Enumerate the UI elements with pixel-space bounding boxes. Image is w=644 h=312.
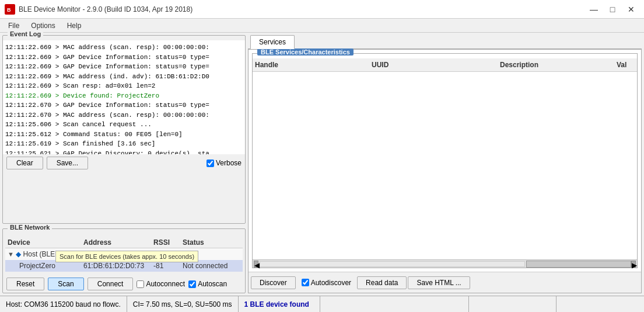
autodiscover-checkbox[interactable] xyxy=(302,279,309,286)
status-empty1 xyxy=(320,296,469,312)
window-title: BLE Device Monitor - 2.9.0 (Build ID 103… xyxy=(19,5,192,13)
log-line: 12:11:22.669 > GAP Device Information: s… xyxy=(5,53,243,63)
log-line: 12:11:22.669 > MAC address (scan. resp):… xyxy=(5,43,243,53)
log-line: 12:11:25.621 > GAP Device Discovery: 0 d… xyxy=(5,149,243,155)
read-data-button[interactable]: Read data xyxy=(357,276,407,289)
clear-button[interactable]: Clear xyxy=(6,157,43,169)
menu-help[interactable]: Help xyxy=(61,20,88,31)
event-log-title: Event Log xyxy=(8,30,43,37)
services-subgroup-title: BLE Services/Characteristics xyxy=(257,48,354,56)
minimize-button[interactable]: — xyxy=(586,3,602,16)
status-host: Host: COM36 115200 baud no flowc. xyxy=(0,296,127,312)
ble-network-content: Device Address RSSI Status ▼ ◆ Host (BLE… xyxy=(3,235,245,274)
device-name-cell: ▼ ◆ Host (BLE 4) xyxy=(5,248,81,261)
scroll-right-arrow[interactable]: ▶ xyxy=(631,261,636,268)
title-bar: B BLE Device Monitor - 2.9.0 (Build ID 1… xyxy=(0,0,644,19)
scroll-thumb[interactable] xyxy=(526,261,631,268)
services-bottom: Discover Autodiscover Read data Save HTM… xyxy=(249,272,641,293)
autoconnect-label: Autoconnect xyxy=(146,280,185,288)
autoscan-checkbox[interactable] xyxy=(188,280,196,288)
log-line: 12:11:22.669 > MAC address (ind. adv): 6… xyxy=(5,72,243,82)
log-line: 12:11:25.619 > Scan finished [3.16 sec] xyxy=(5,139,243,149)
log-line: 12:11:25.612 > Command Status: 00 FE05 [… xyxy=(5,130,243,140)
expand-icon[interactable]: ▼ xyxy=(8,251,14,258)
log-line: 12:11:22.669 > Scan resp: ad=0x01 len=2 xyxy=(5,81,243,91)
device-name-cell: ProjectZero xyxy=(5,260,81,272)
col-rssi: RSSI xyxy=(151,237,180,248)
status-ci: CI= 7.50 ms, SL=0, SU=500 ms xyxy=(127,296,239,312)
services-table-header: Handle UUID Description Val xyxy=(253,58,637,72)
col-address: Address xyxy=(81,237,151,248)
verbose-check-container: Verbose xyxy=(206,159,242,167)
autoconnect-container: Autoconnect xyxy=(136,280,185,288)
event-log-content[interactable]: 12:11:22.669 > MAC address (scan. resp):… xyxy=(3,40,245,154)
device-table: Device Address RSSI Status ▼ ◆ Host (BLE… xyxy=(5,237,243,272)
log-line: 12:11:22.669 > Device found: ProjectZero xyxy=(5,91,243,101)
table-row[interactable]: ProjectZero61:DB:61:D2:D0:73-81Not conne… xyxy=(5,260,243,272)
col-handle-header: Handle xyxy=(255,61,372,69)
tab-bar: Services xyxy=(248,35,642,49)
status-ble-found: 1 BLE device found xyxy=(239,296,320,312)
services-panel: BLE Services/Characteristics Handle UUID… xyxy=(248,49,642,293)
connect-button[interactable]: Connect xyxy=(88,278,134,290)
col-desc-header: Description xyxy=(500,61,617,69)
title-bar-left: B BLE Device Monitor - 2.9.0 (Build ID 1… xyxy=(5,4,192,15)
device-address-cell: 61:DB:61:D2:D0:73 xyxy=(81,260,151,272)
verbose-checkbox[interactable] xyxy=(206,160,214,167)
save-button[interactable]: Save... xyxy=(47,157,88,169)
device-address-cell: CC:78:AB:AE:05:87 xyxy=(81,248,151,261)
log-line: 12:11:25.606 > Scan cancel request ... xyxy=(5,120,243,130)
status-bar: Host: COM36 115200 baud no flowc. CI= 7.… xyxy=(0,296,644,312)
autodiscover-label: Autodiscover xyxy=(311,279,351,287)
tab-services[interactable]: Services xyxy=(250,35,295,49)
reset-button[interactable]: Reset xyxy=(6,278,44,290)
autodiscover-container: Autodiscover xyxy=(302,279,351,287)
device-name: ProjectZero xyxy=(8,262,55,270)
main-content: Event Log 12:11:22.669 > MAC address (sc… xyxy=(0,33,644,296)
log-line: 12:11:22.670 > MAC address (scan. resp):… xyxy=(5,110,243,120)
services-body[interactable] xyxy=(253,72,637,259)
col-status: Status xyxy=(180,237,243,248)
discover-button[interactable]: Discover xyxy=(251,276,296,289)
ble-network-buttons: Reset Scan Connect Autoconnect Autoscan xyxy=(3,274,245,293)
device-rssi-cell xyxy=(151,248,180,261)
col-uuid-header: UUID xyxy=(372,61,500,69)
verbose-label: Verbose xyxy=(216,159,242,167)
left-panel: Event Log 12:11:22.669 > MAC address (sc… xyxy=(0,33,248,296)
event-log-buttons: Clear Save... Verbose xyxy=(3,154,245,172)
scroll-left-arrow[interactable]: ◀ xyxy=(254,261,258,268)
device-rssi-cell: -81 xyxy=(151,260,180,272)
log-line: 12:11:22.670 > GAP Device Information: s… xyxy=(5,100,243,110)
event-log-group: Event Log 12:11:22.669 > MAC address (sc… xyxy=(2,35,246,224)
app-icon: B xyxy=(5,4,15,15)
table-row[interactable]: ▼ ◆ Host (BLE 4)CC:78:AB:AE:05:87 xyxy=(5,248,243,261)
maximize-button[interactable]: □ xyxy=(604,3,621,16)
svg-text:B: B xyxy=(7,7,11,13)
right-panel: Services BLE Services/Characteristics Ha… xyxy=(248,33,644,296)
autoscan-label: Autoscan xyxy=(198,280,227,288)
autoconnect-checkbox[interactable] xyxy=(136,280,144,288)
services-subgroup: BLE Services/Characteristics Handle UUID… xyxy=(252,53,638,268)
services-hscrollbar[interactable]: ◀ ▶ xyxy=(253,259,637,268)
scan-button[interactable]: Scan xyxy=(48,278,83,290)
status-empty2 xyxy=(469,296,556,312)
col-device: Device xyxy=(5,237,81,248)
bluetooth-icon: ◆ xyxy=(16,250,21,258)
window-controls: — □ ✕ xyxy=(586,3,639,16)
device-status-cell: Not connected xyxy=(180,260,243,272)
menu-file[interactable]: File xyxy=(2,20,25,31)
menu-bar: File Options Help xyxy=(0,19,644,33)
log-line: 12:11:22.669 > GAP Device Information: s… xyxy=(5,62,243,72)
col-val-header: Val xyxy=(617,61,635,69)
save-html-button[interactable]: Save HTML ... xyxy=(408,276,470,289)
device-status-cell xyxy=(180,248,243,261)
scroll-track xyxy=(260,261,525,267)
ble-network-group: BLE Network Device Address RSSI Status ▼… xyxy=(2,228,246,293)
autoscan-container: Autoscan xyxy=(188,280,227,288)
table-header-row: Device Address RSSI Status xyxy=(5,237,243,248)
status-empty3 xyxy=(556,296,644,312)
menu-options[interactable]: Options xyxy=(25,20,61,31)
close-button[interactable]: ✕ xyxy=(623,3,639,16)
ble-network-title: BLE Network xyxy=(8,224,52,231)
